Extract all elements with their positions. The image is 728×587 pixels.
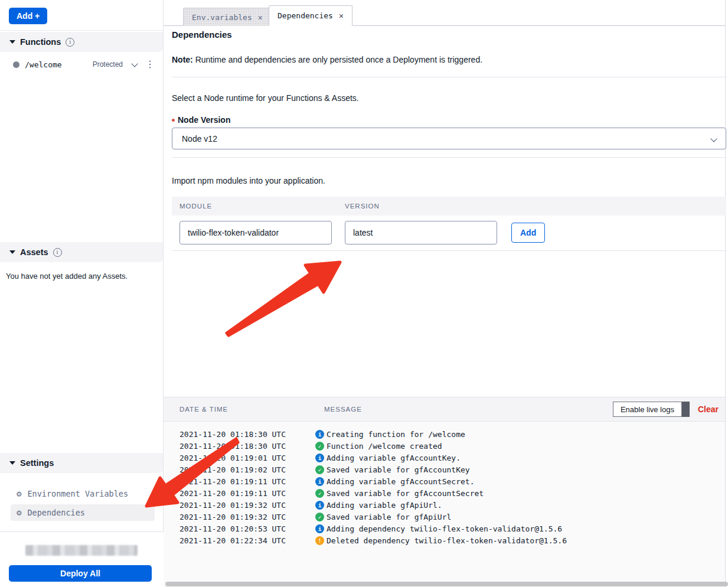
node-version-value: Node v12	[182, 134, 217, 144]
sidebar-item-environment-variables[interactable]: ⚙ Environment Variables	[11, 485, 155, 502]
settings-section-title: Settings	[20, 458, 54, 468]
log-message: Adding variable gfApiUrl.	[327, 501, 442, 510]
success-icon: ✓	[315, 489, 324, 498]
success-icon: ✓	[315, 442, 324, 451]
log-message: Function /welcome created	[327, 442, 442, 451]
page-title: Dependencies	[172, 30, 232, 40]
log-timestamp: 2021-11-20 01:19:11 UTC	[179, 489, 315, 498]
log-row: 2021-11-20 01:19:11 UTC✓Saved variable f…	[164, 487, 725, 499]
info-icon: i	[315, 430, 324, 439]
info-icon[interactable]: i	[66, 38, 74, 47]
sidebar-header: Add +	[0, 0, 163, 31]
module-input[interactable]	[179, 221, 332, 244]
assets-section-header[interactable]: Assets i	[0, 242, 163, 262]
info-icon[interactable]: i	[53, 248, 62, 257]
close-icon[interactable]: ✕	[258, 13, 263, 22]
info-icon: i	[315, 477, 324, 486]
add-button[interactable]: Add +	[9, 8, 47, 24]
chevron-down-icon	[710, 135, 717, 142]
sidebar: Add + Functions i /welcome Protected ⋮ A…	[0, 0, 164, 531]
log-row: 2021-11-20 01:19:01 UTCiAdding variable …	[164, 452, 725, 464]
deploy-all-button[interactable]: Deploy All	[9, 565, 152, 582]
tab-dependencies[interactable]: Dependencies ✕	[269, 5, 352, 26]
settings-item-label: Dependencies	[27, 508, 85, 517]
tab-bar: Env.variables ✕ Dependencies ✕	[164, 0, 725, 26]
gear-icon: ⚙	[17, 508, 21, 517]
functions-section-title: Functions	[20, 37, 61, 47]
log-message: Saved variable for gfAccountSecret	[327, 489, 484, 498]
horizontal-scrollbar[interactable]	[165, 582, 728, 586]
chevron-down-icon[interactable]	[131, 60, 138, 67]
log-timestamp: 2021-11-20 01:19:32 UTC	[179, 513, 315, 521]
function-status-dot-icon	[13, 61, 19, 68]
sidebar-footer: Deploy All	[0, 531, 164, 587]
account-name-redacted	[25, 545, 138, 556]
tab-label: Dependencies	[278, 11, 333, 20]
version-column-header: VERSION	[345, 203, 380, 210]
collapse-caret-icon	[9, 461, 15, 465]
info-icon: i	[315, 524, 324, 533]
gear-icon: ⚙	[17, 490, 21, 498]
log-message: Creating function for /welcome	[327, 430, 465, 439]
log-message: Saved variable for gfAccountKey	[327, 465, 470, 474]
node-version-select[interactable]: Node v12	[172, 128, 726, 149]
enable-live-logs-button[interactable]: Enable live logs	[613, 402, 682, 417]
info-icon: i	[315, 454, 324, 462]
log-rows: 2021-11-20 01:18:30 UTCiCreating functio…	[164, 422, 725, 546]
function-name: /welcome	[25, 60, 62, 69]
runtime-intro-text: Select a Node runtime for your Functions…	[172, 93, 359, 103]
function-list-item[interactable]: /welcome Protected ⋮	[13, 60, 155, 69]
log-timestamp: 2021-11-20 01:19:32 UTC	[179, 501, 315, 510]
assets-section-title: Assets	[20, 247, 48, 257]
log-row: 2021-11-20 01:19:32 UTCiAdding variable …	[164, 499, 725, 511]
log-message: Saved variable for gfApiUrl	[327, 513, 451, 521]
log-row: 2021-11-20 01:19:02 UTC✓Saved variable f…	[164, 464, 725, 475]
divider	[172, 77, 726, 77]
log-timestamp: 2021-11-20 01:18:30 UTC	[179, 430, 315, 439]
log-row: 2021-11-20 01:18:30 UTC✓Function /welcom…	[164, 440, 725, 452]
divider	[172, 250, 726, 251]
tab-env-variables[interactable]: Env.variables ✕	[183, 8, 272, 26]
divider	[172, 157, 726, 158]
required-dot-icon	[172, 119, 175, 122]
version-input[interactable]	[345, 221, 497, 244]
log-timestamp: 2021-11-20 01:19:02 UTC	[179, 465, 315, 474]
close-icon[interactable]: ✕	[339, 11, 344, 20]
message-column-header: MESSAGE	[324, 406, 362, 413]
functions-section-header[interactable]: Functions i	[0, 32, 163, 52]
log-timestamp: 2021-11-20 01:19:01 UTC	[179, 454, 315, 462]
log-timestamp: 2021-11-20 01:22:34 UTC	[179, 536, 315, 545]
log-message: Adding variable gfAccountKey.	[327, 454, 461, 462]
success-icon: ✓	[315, 465, 324, 474]
persistence-note: Note: Runtime and dependencies are only …	[172, 55, 482, 64]
clear-logs-button[interactable]: Clear	[698, 405, 719, 414]
kebab-menu-icon[interactable]: ⋮	[145, 60, 155, 69]
live-logs-handle[interactable]	[682, 402, 690, 417]
node-version-label: Node Version	[172, 115, 230, 125]
collapse-caret-icon	[9, 250, 15, 254]
log-row: 2021-11-20 01:20:53 UTCiAdding dependenc…	[164, 523, 725, 534]
log-row: 2021-11-20 01:18:30 UTCiCreating functio…	[164, 428, 725, 440]
sidebar-item-dependencies[interactable]: ⚙ Dependencies	[11, 504, 155, 521]
log-timestamp: 2021-11-20 01:20:53 UTC	[179, 524, 315, 533]
log-row: 2021-11-20 01:19:32 UTC✓Saved variable f…	[164, 511, 725, 523]
settings-item-label: Environment Variables	[27, 489, 128, 498]
log-timestamp: 2021-11-20 01:18:30 UTC	[179, 442, 315, 451]
collapse-caret-icon	[9, 40, 15, 44]
log-message: Adding variable gfAccountSecret.	[327, 477, 474, 486]
settings-section-header[interactable]: Settings	[0, 453, 163, 473]
date-time-column-header: DATE & TIME	[179, 406, 324, 413]
log-message: Deleted dependency twilio-flex-token-val…	[327, 536, 567, 545]
info-icon: i	[315, 501, 324, 510]
note-text: Runtime and dependencies are only persis…	[193, 55, 482, 64]
log-row: 2021-11-20 01:22:34 UTC!Deleted dependen…	[164, 534, 725, 546]
function-visibility-badge: Protected	[93, 60, 123, 69]
log-message: Adding dependency twilio-flex-token-vali…	[327, 524, 562, 533]
add-dependency-button[interactable]: Add	[511, 223, 545, 243]
npm-intro-text: Import npm modules into your application…	[172, 176, 325, 185]
note-label: Note:	[172, 55, 193, 64]
log-row: 2021-11-20 01:19:11 UTCiAdding variable …	[164, 475, 725, 487]
assets-empty-text: You have not yet added any Assets.	[0, 266, 128, 281]
log-panel: DATE & TIME MESSAGE Enable live logs Cle…	[164, 397, 726, 587]
warning-icon: !	[315, 536, 324, 545]
